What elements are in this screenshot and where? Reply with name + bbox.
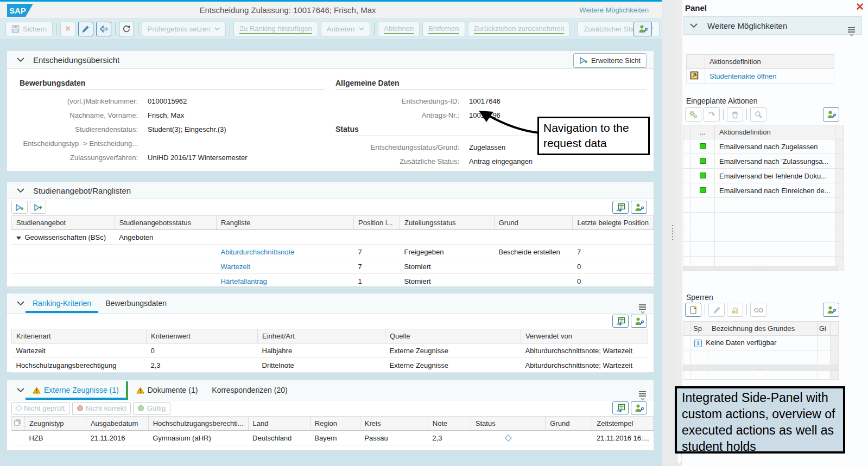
personalize-button[interactable] <box>631 315 647 328</box>
table-settings-icon[interactable] <box>639 386 646 400</box>
entfernen-button[interactable]: Entfernen <box>422 22 465 36</box>
gueltig-button[interactable]: Gültig <box>133 402 170 415</box>
tab-korrespondenzen[interactable]: Korrespondenzen (20) <box>205 380 294 400</box>
column-header[interactable]: Aktionsdefinition <box>715 125 835 139</box>
column-header[interactable]: Note <box>428 417 471 431</box>
column-header[interactable]: Zuteilungsstatus <box>400 216 494 230</box>
table-row[interactable] <box>683 198 844 213</box>
studentenakte-link[interactable]: Studentenakte öffnen <box>709 72 776 80</box>
ablehnen-button[interactable]: Ablehnen <box>378 22 420 36</box>
cancel-button[interactable]: × <box>60 22 75 36</box>
column-header[interactable]: Rangliste <box>217 216 354 230</box>
column-header[interactable]: Einheit/Art <box>258 329 385 343</box>
back-button[interactable] <box>96 22 111 36</box>
table-row[interactable] <box>683 227 844 242</box>
execute-action-button[interactable] <box>685 107 701 122</box>
table-row[interactable]: Emailversand nach Zugelassen <box>683 139 844 154</box>
rangliste-link[interactable]: Abiturdurchschnittsnote <box>221 248 295 256</box>
export-button[interactable] <box>612 401 629 414</box>
export-button[interactable] <box>612 201 629 214</box>
panel-close-icon[interactable]: ✕ <box>856 2 864 12</box>
table-settings-icon[interactable] <box>848 22 855 36</box>
edit-button[interactable] <box>78 22 93 36</box>
collapse-chevron-icon[interactable] <box>690 23 698 28</box>
nicht-korrekt-button[interactable]: Nicht korrekt <box>72 402 131 415</box>
table-row[interactable] <box>683 242 844 257</box>
zurueckziehen-button[interactable]: Zurückziehen zurücknehmen <box>468 22 571 36</box>
column-header[interactable]: Status <box>471 417 546 431</box>
rangliste-link[interactable]: Härtefallantrag <box>221 277 267 285</box>
edit-hold-button[interactable] <box>708 303 725 317</box>
column-header[interactable]: Aktionsdefinition <box>705 55 834 69</box>
nicht-geprueft-button[interactable]: Nicht geprüft <box>11 402 70 415</box>
column-header[interactable]: Kriterienart <box>12 329 147 343</box>
personalize-button[interactable] <box>823 303 839 317</box>
table-row[interactable]: Wartezeit0HalbjahreExterne ZeugnisseAbit… <box>12 343 648 358</box>
column-header[interactable]: Studienangebotsstatus <box>115 216 216 230</box>
column-header[interactable]: Quelle <box>385 329 521 343</box>
tab-bewerbungsdaten[interactable]: Bewerbungsdaten <box>98 293 174 313</box>
export-button[interactable] <box>612 315 629 328</box>
expand-all-button[interactable] <box>11 201 28 214</box>
table-row[interactable]: Wartezeit 7Storniert0 <box>12 259 654 274</box>
table-row[interactable]: Studentenakte öffnen <box>687 69 834 84</box>
collapse-chevron-icon[interactable] <box>17 388 24 392</box>
table-row[interactable] <box>683 213 844 227</box>
search-action-button[interactable] <box>750 107 766 122</box>
table-row[interactable]: Geowissenschaften (BSc) Angeboten <box>12 230 654 245</box>
release-hold-button[interactable] <box>727 303 743 317</box>
column-header[interactable]: Studienangebot <box>12 216 115 230</box>
column-header[interactable]: Sp <box>691 322 707 336</box>
table-row[interactable]: Härtefallantrag 1Storniert0 <box>12 274 654 289</box>
save-button[interactable]: Sichern <box>5 22 53 36</box>
table-row[interactable]: Abiturdurchschnittsnote 7FreigegebenBesc… <box>12 245 654 259</box>
column-header[interactable]: Letzte belegte Position <box>573 216 654 230</box>
collapse-all-button[interactable] <box>30 201 46 214</box>
zulassungsverfahren-link[interactable]: UniHD 2016/17 Wintersemester <box>148 154 248 162</box>
column-header[interactable]: Verwendet von <box>521 329 648 343</box>
splitter-grip[interactable] <box>672 225 673 240</box>
copy-icon[interactable] <box>14 419 21 426</box>
collapse-chevron-icon[interactable] <box>17 58 24 62</box>
table-row[interactable]: Emailversand nach 'Zulassungsa... <box>683 154 844 169</box>
column-header[interactable]: Bezeichnung des Grundes <box>707 322 818 336</box>
personalize-button[interactable] <box>631 201 647 214</box>
column-header[interactable]: Zeitstempel <box>592 417 654 431</box>
column-header[interactable]: ... <box>691 125 715 139</box>
table-settings-icon[interactable] <box>639 299 646 314</box>
new-hold-button[interactable] <box>685 303 701 317</box>
personalize-button[interactable] <box>823 107 839 122</box>
column-header[interactable]: Grund <box>546 417 592 431</box>
column-header[interactable]: Ausgabedatum <box>86 417 148 431</box>
column-header[interactable]: Kriterienwert <box>147 329 258 343</box>
collapse-chevron-icon[interactable] <box>17 188 24 193</box>
tab-dokumente[interactable]: Dokumente (1) <box>129 380 205 400</box>
column-header[interactable]: Position i... <box>354 216 400 230</box>
weitere-moeglichkeiten-link[interactable]: Weitere Möglichkeiten <box>579 6 649 14</box>
column-header[interactable]: Zeugnistyp <box>24 417 86 431</box>
table-row[interactable]: HZB 21.11.2016 Gymnasium (aHR) Deutschla… <box>12 431 654 445</box>
redo-action-button[interactable]: ↷ <box>704 107 720 122</box>
delete-action-button[interactable] <box>727 107 743 122</box>
expand-triangle-icon[interactable] <box>16 237 21 240</box>
column-header[interactable]: Region <box>310 417 360 431</box>
collapse-chevron-icon[interactable] <box>17 301 24 305</box>
table-row[interactable]: Emailversand nach Einreichen de... <box>683 183 844 198</box>
column-header[interactable]: Hochschulzugangsberechti... <box>148 417 248 431</box>
table-row[interactable]: Hochschulzugangsberechtigung2,3Drittelno… <box>12 358 648 373</box>
column-header[interactable]: Gi <box>818 322 831 336</box>
rangliste-link[interactable]: Wartezeit <box>221 263 250 271</box>
column-header[interactable]: Grund <box>494 216 573 230</box>
table-resize-handle[interactable]: .... <box>683 365 838 371</box>
display-hold-button[interactable] <box>750 303 766 317</box>
column-header[interactable]: Land <box>248 417 310 431</box>
anbieten-button[interactable]: Anbieten <box>321 22 370 36</box>
zu-ranking-hinzufuegen-button[interactable]: Zu Ranking hinzufügen <box>233 22 318 36</box>
table-resize-handle[interactable]: .... <box>683 266 838 271</box>
refresh-button[interactable] <box>119 22 134 36</box>
pruefergebnis-setzen-button[interactable]: Prüfergebnis setzen <box>142 22 226 36</box>
personalize-button[interactable] <box>631 401 647 414</box>
column-header[interactable]: Kreis <box>360 417 428 431</box>
erweiterte-sicht-button[interactable]: Erweiterte Sicht <box>573 53 647 68</box>
personalize-button[interactable] <box>633 22 652 36</box>
